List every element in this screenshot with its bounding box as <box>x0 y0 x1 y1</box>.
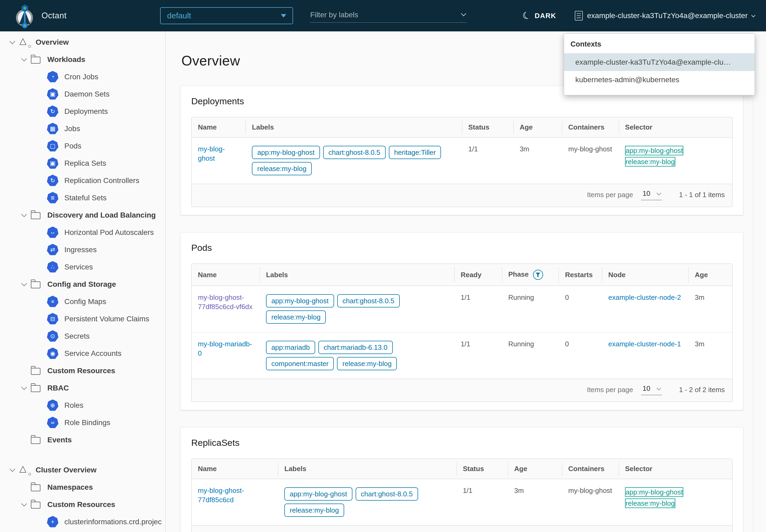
sidebar-item-daemon-sets[interactable]: ▣ Daemon Sets <box>0 85 165 103</box>
phase-filter-icon[interactable] <box>533 270 543 280</box>
sidebar-item-secrets[interactable]: ⊙ Secrets <box>0 327 165 345</box>
sidebar-item-events[interactable]: Events <box>0 431 165 448</box>
sidebar-item-config-maps[interactable]: ≡ Config Maps <box>0 293 165 310</box>
folder-icon <box>31 281 40 288</box>
pagination-range: 1 - 1 of 1 items <box>679 191 725 199</box>
label-badge: app:my-blog-ghost <box>252 146 320 159</box>
label-badge: chart:ghost-8.0.5 <box>337 294 400 307</box>
expand-chevron-icon[interactable] <box>21 501 27 506</box>
sidebar-item-namespaces[interactable]: Namespaces <box>0 479 165 496</box>
namespace-select[interactable]: default <box>160 7 293 24</box>
context-selector-button[interactable]: example-cluster-ka3TuTzYo4a@example-clus… <box>575 11 755 20</box>
scrollbar-gutter[interactable] <box>753 31 753 532</box>
sidebar-item-custom-resources[interactable]: Custom Resources <box>0 362 165 379</box>
sidebar-item-pods[interactable]: ▢ Pods <box>0 137 165 155</box>
column-header-restarts: Restarts <box>559 264 602 286</box>
replicaset-link[interactable]: my-blog-ghost-77df85c6cd <box>198 487 244 504</box>
status-cell: 1/1 <box>462 138 513 184</box>
stateful-sets-icon: ≣ <box>47 192 59 204</box>
sidebar-item-stateful-sets[interactable]: ≣ Stateful Sets <box>0 189 165 206</box>
expand-chevron-icon[interactable] <box>21 211 27 217</box>
expand-chevron-icon[interactable] <box>21 281 27 286</box>
sidebar-item-overview[interactable]: Overview <box>0 34 165 51</box>
sidebar-item-deployments[interactable]: ↻ Deployments <box>0 103 165 120</box>
items-per-page-value: 10 <box>643 384 650 393</box>
theme-toggle-label: DARK <box>535 12 556 20</box>
expand-chevron-icon[interactable] <box>9 39 15 44</box>
sidebar-item-jobs[interactable]: ▦ Jobs <box>0 120 165 137</box>
theme-toggle-button[interactable]: ☾ DARK <box>522 11 556 20</box>
expand-chevron-icon[interactable] <box>21 56 27 61</box>
expand-chevron-icon[interactable] <box>21 384 27 390</box>
restarts-cell: 0 <box>559 333 602 379</box>
label-badge: release:my-blog <box>284 504 344 517</box>
sidebar-item-custom-resources-cluster[interactable]: Custom Resources <box>0 496 165 513</box>
hpa-icon: ⇔ <box>47 227 59 238</box>
sidebar-item-services[interactable]: ∴ Services <box>0 258 165 276</box>
chevron-down-icon <box>751 13 756 17</box>
app-title: Octant <box>41 11 66 20</box>
node-link[interactable]: example-cluster-node-1 <box>608 340 681 348</box>
context-name: example-cluster-ka3TuTzYo4a@example-clus… <box>587 11 748 20</box>
sidebar-item-cron-jobs[interactable]: ◔ Cron Jobs <box>0 68 165 85</box>
section-title-deployments: Deployments <box>191 96 732 106</box>
folder-icon <box>31 368 40 375</box>
pagination-range: 1 - 2 of 2 items <box>679 386 725 394</box>
pods-card: Pods Name Labels Ready Phase Restarts <box>180 232 743 410</box>
deployment-link[interactable]: my-blog-ghost <box>198 145 225 162</box>
chevron-down-icon <box>657 191 661 195</box>
column-header-age: Age <box>513 117 562 138</box>
pod-link[interactable]: my-blog-ghost-77df85c6cd-vf6dx <box>198 293 252 311</box>
column-header-containers: Containers <box>562 459 619 479</box>
label-filter <box>310 9 467 23</box>
sidebar-item-replication-controllers[interactable]: ↻ Replication Controllers <box>0 172 165 189</box>
sidebar-item-rbac[interactable]: RBAC <box>0 379 165 397</box>
table-header-row: Name Labels Ready Phase Restarts Node Ag… <box>191 264 732 286</box>
table-row: my-blog-ghost-77df85c6cd app:my-blog-gho… <box>191 479 732 526</box>
pagination: Items per page 10 1 - 1 of 1 items <box>191 526 732 532</box>
secrets-icon: ⊙ <box>47 330 59 342</box>
sidebar-item-ingresses[interactable]: ⇄ Ingresses <box>0 241 165 258</box>
column-header-status: Status <box>462 117 513 138</box>
expand-chevron-icon[interactable] <box>9 466 15 472</box>
label-filter-input[interactable] <box>310 9 467 23</box>
sidebar-item-discovery-and-load-balancing[interactable]: Discovery and Load Balancing <box>0 206 165 224</box>
label-badge: release:my-blog <box>266 310 326 324</box>
sidebar-item-replica-sets[interactable]: ▣ Replica Sets <box>0 155 165 172</box>
replicasets-table: Name Labels Status Age Containers Select… <box>191 459 732 526</box>
services-icon: ∴ <box>47 261 59 273</box>
label-badge: chart:mariadb-6.13.0 <box>318 341 393 354</box>
sidebar-item-cluster-overview[interactable]: Cluster Overview <box>0 461 165 479</box>
sidebar-item-persistent-volume-claims[interactable]: ⊟ Persistent Volume Claims <box>0 310 165 327</box>
deployments-card: Deployments Name Labels Status Age Conta… <box>180 86 743 215</box>
column-header-selector: Selector <box>619 459 732 479</box>
restarts-cell: 0 <box>559 286 602 333</box>
replication-controllers-icon: ↻ <box>47 175 59 186</box>
octant-logo-icon <box>15 3 34 28</box>
sidebar-item-workloads[interactable]: Workloads <box>0 51 165 68</box>
status-cell: 1/1 <box>456 479 508 526</box>
column-header-selector: Selector <box>619 117 732 138</box>
sidebar-item-horizontal-pod-autoscalers[interactable]: ⇔ Horizontal Pod Autoscalers <box>0 224 165 241</box>
items-per-page-select[interactable]: 10 <box>641 384 662 395</box>
deployments-icon: ↻ <box>47 106 59 117</box>
pods-table: Name Labels Ready Phase Restarts Node Ag… <box>191 264 732 379</box>
pvc-icon: ⊟ <box>47 313 59 325</box>
sidebar-item-clusterinformations[interactable]: + clusterinformations.crd.projec <box>0 513 165 530</box>
age-cell: 3m <box>513 138 562 184</box>
sidebar-item-service-accounts[interactable]: ◉ Service Accounts <box>0 345 165 362</box>
sidebar-item-config-and-storage[interactable]: Config and Storage <box>0 276 165 293</box>
context-menu-item-selected[interactable]: example-cluster-ka3TuTzYo4a@example-clu… <box>564 53 755 71</box>
sidebar-item-csidrivers[interactable]: + csidrivers.csi.storage.k8s.io <box>0 530 165 532</box>
context-menu-title: Contexts <box>564 38 755 53</box>
sidebar-item-roles[interactable]: ⊕ Roles <box>0 397 165 414</box>
crd-icon: + <box>47 516 59 528</box>
node-link[interactable]: example-cluster-node-2 <box>608 293 681 301</box>
cron-jobs-icon: ◔ <box>47 71 59 83</box>
items-per-page-select[interactable]: 10 <box>641 189 662 200</box>
pod-link[interactable]: my-blog-mariadb-0 <box>198 340 252 357</box>
sidebar-item-role-bindings[interactable]: ∞ Role Bindings <box>0 414 165 431</box>
context-menu-item[interactable]: kubernetes-admin@kubernetes <box>564 71 755 89</box>
items-per-page-select[interactable]: 10 <box>641 531 662 532</box>
column-header-name: Name <box>191 117 245 138</box>
